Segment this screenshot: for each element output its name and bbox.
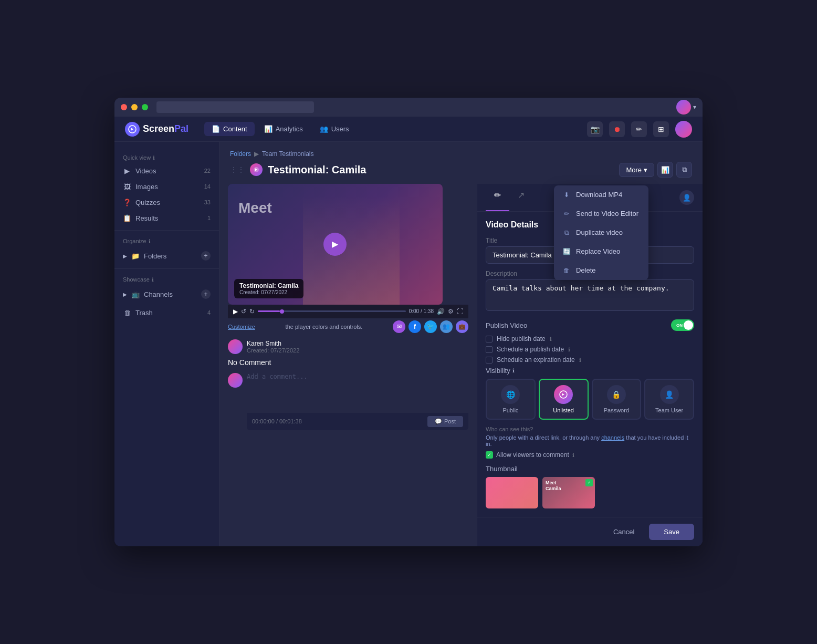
breadcrumb-folders-link[interactable]: Folders: [230, 150, 251, 158]
visibility-info-icon: ℹ: [512, 368, 515, 373]
sidebar-item-trash[interactable]: 🗑 Trash 4: [114, 305, 219, 320]
traffic-light-green[interactable]: [142, 104, 148, 110]
user-tab-icon[interactable]: 👤: [679, 190, 694, 205]
play-small-button[interactable]: ▶: [233, 308, 238, 315]
schedule-publish-label: Schedule a publish date: [497, 346, 564, 353]
comment-author-info: Karen Smith Created: 07/27/2022: [247, 340, 299, 354]
cancel-button[interactable]: Cancel: [603, 524, 645, 540]
record-button[interactable]: ⏺: [609, 121, 625, 137]
allow-comment-checkbox[interactable]: ✓: [486, 451, 493, 459]
tab-share[interactable]: ↗: [509, 184, 533, 211]
trash-icon: 🗑: [123, 308, 131, 317]
fullscreen-icon[interactable]: ⛶: [457, 308, 463, 315]
more-button[interactable]: More ▾ ⬇ Download MP4 ✏ Send to V: [619, 163, 654, 177]
time-display: 0:00 / 1:38: [409, 308, 434, 314]
public-icon: 🌐: [501, 385, 520, 404]
volume-icon[interactable]: 🔊: [437, 308, 445, 315]
sidebar-item-channels[interactable]: ▶ 📺 Channels +: [114, 286, 219, 303]
thumbnail-2[interactable]: MeetCamila ✓: [542, 477, 595, 508]
main-nav: 📄 Content 📊 Analytics 👥 Users: [204, 122, 357, 136]
sidebar-item-images[interactable]: 🖼 Images 14: [114, 179, 219, 194]
hide-publish-info: ℹ: [550, 336, 552, 342]
expiration-checkbox[interactable]: [486, 357, 493, 363]
hide-publish-checkbox[interactable]: [486, 336, 493, 342]
schedule-publish-checkbox[interactable]: [486, 346, 493, 353]
header-actions: 📷 ⏺ ✏ ⊞: [587, 121, 692, 138]
play-button[interactable]: ▶: [323, 233, 347, 256]
copy-icon-button[interactable]: ⧉: [676, 162, 692, 178]
drag-handle: ⋮⋮: [230, 165, 245, 174]
dropdown-send-to-editor[interactable]: ✏ Send to Video Editor: [554, 204, 648, 223]
organize-info-icon: ℹ: [149, 238, 151, 244]
logo-icon: [125, 122, 140, 137]
who-can-see-text: Only people with a direct link, or throu…: [486, 434, 694, 447]
replace-icon: 🔄: [562, 247, 571, 256]
visibility-team-user[interactable]: 👤 Team User: [644, 379, 694, 420]
description-input[interactable]: Camila talks about her time at the compa…: [486, 279, 694, 311]
share-twitter-button[interactable]: 🐦: [424, 320, 437, 333]
action-row: Cancel Save: [477, 517, 703, 546]
tab-user[interactable]: 👤: [679, 184, 694, 211]
capture-button[interactable]: 📷: [587, 121, 603, 137]
allow-comment-label: Allow viewers to comment: [496, 451, 569, 459]
add-channel-button[interactable]: +: [201, 289, 211, 299]
settings-icon[interactable]: ⚙: [448, 308, 454, 315]
sidebar-item-results[interactable]: 📋 Results 1: [114, 210, 219, 226]
rewind-button[interactable]: ↺: [241, 308, 246, 315]
delete-icon: 🗑: [562, 266, 571, 275]
sidebar-item-quizzes[interactable]: ❓ Quizzes 33: [114, 194, 219, 210]
sidebar-item-videos[interactable]: ▶ Videos 22: [114, 163, 219, 179]
visibility-password[interactable]: 🔒 Password: [592, 379, 642, 420]
progress-dot: [280, 309, 284, 314]
share-team-button[interactable]: 👥: [440, 320, 453, 333]
checkbox-hide-publish: Hide publish date ℹ: [486, 335, 694, 342]
share-ms-teams-button[interactable]: 💼: [456, 320, 468, 333]
comment-input[interactable]: [247, 373, 468, 409]
video-meet-text: Meet: [238, 200, 272, 216]
browser-dropdown-icon: ▾: [693, 103, 696, 111]
channels-link[interactable]: channels: [601, 434, 624, 441]
visibility-unlisted[interactable]: Unlisted: [539, 379, 589, 420]
video-progress-bar: ▶ ↺ ↻ 0:00 / 1:38 🔊 ⚙ ⛶: [228, 305, 468, 318]
add-folder-button[interactable]: +: [201, 251, 211, 261]
dropdown-duplicate[interactable]: ⧉ Duplicate video: [554, 223, 648, 242]
dropdown-delete[interactable]: 🗑 Delete: [554, 261, 648, 280]
user-avatar-header[interactable]: [675, 121, 692, 138]
team-user-label: Team User: [655, 407, 683, 413]
quick-view-label: Quick view ℹ: [114, 150, 219, 163]
traffic-light-yellow[interactable]: [131, 104, 138, 110]
allow-comment-info: ℹ: [572, 452, 574, 458]
nav-tab-analytics[interactable]: 📊 Analytics: [257, 122, 310, 136]
nav-tab-users[interactable]: 👥 Users: [312, 122, 357, 136]
visibility-public[interactable]: 🌐 Public: [486, 379, 536, 420]
thumbnail-1[interactable]: [486, 477, 538, 508]
analytics-icon: 📊: [264, 125, 273, 133]
download-icon: ⬇: [562, 191, 571, 199]
app-logo[interactable]: ScreenPal: [125, 122, 188, 137]
progress-track[interactable]: [258, 310, 406, 312]
edit-button[interactable]: ✏: [631, 121, 647, 137]
hide-publish-label: Hide publish date: [497, 335, 546, 342]
customize-link[interactable]: Customize: [228, 324, 255, 330]
save-button[interactable]: Save: [649, 524, 694, 540]
video-container: Meet ▶ Testimonial: Camila Created: 07/2…: [228, 184, 443, 305]
dropdown-download-mp4[interactable]: ⬇ Download MP4: [554, 185, 648, 204]
team-user-icon: 👤: [660, 385, 679, 404]
analytics-icon-button[interactable]: 📊: [657, 162, 673, 178]
share-facebook-button[interactable]: f: [409, 320, 421, 333]
tab-edit[interactable]: ✏: [486, 184, 509, 211]
share-email-button[interactable]: ✉: [393, 320, 405, 333]
sidebar-item-folders[interactable]: ▶ 📁 Folders +: [114, 247, 219, 264]
dropdown-replace[interactable]: 🔄 Replace Video: [554, 242, 648, 261]
url-bar[interactable]: [156, 101, 314, 113]
chevron-right-icon-2: ▶: [123, 292, 127, 297]
video-controls-right: 🔊 ⚙ ⛶: [437, 308, 463, 315]
publish-toggle[interactable]: [671, 319, 694, 331]
edit-tab-icon: ✏: [494, 191, 501, 200]
grid-button[interactable]: ⊞: [653, 121, 669, 137]
browser-user-avatar[interactable]: [676, 100, 691, 115]
traffic-light-red[interactable]: [121, 104, 127, 110]
post-comment-button[interactable]: 💬 Post: [427, 416, 463, 427]
refresh-button[interactable]: ↻: [249, 308, 255, 315]
nav-tab-content[interactable]: 📄 Content: [204, 122, 255, 136]
